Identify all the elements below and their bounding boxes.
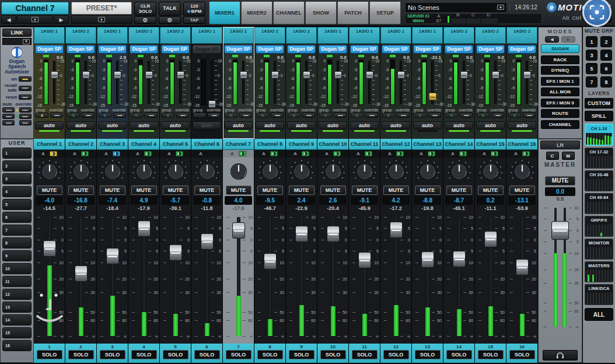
input-patch-button[interactable]: 1ASIO 1 bbox=[34, 27, 65, 44]
fader-gain-display[interactable]: -4.0 bbox=[36, 196, 63, 205]
channel-prev-button[interactable]: ◀ bbox=[1, 15, 16, 24]
input-source-label[interactable]: A bbox=[73, 151, 76, 156]
scenes-selector[interactable]: No Scenes ▼ bbox=[405, 2, 507, 13]
channel-name-header[interactable]: Channel 5 bbox=[160, 139, 191, 150]
layers-spill-button[interactable]: SPILL bbox=[585, 111, 613, 121]
override-button[interactable] bbox=[365, 113, 378, 118]
user-slot-9[interactable]: 9 bbox=[2, 250, 32, 261]
dugan-fader-handle[interactable] bbox=[145, 71, 153, 79]
preset-dropdown-button[interactable]: ▼ bbox=[71, 15, 132, 24]
fader-handle[interactable] bbox=[358, 252, 371, 268]
override-button[interactable] bbox=[523, 113, 536, 118]
input-patch-button[interactable]: 1ASIO 1 bbox=[317, 27, 348, 44]
input-patch-button[interactable]: 1ASIO 2 bbox=[506, 27, 537, 44]
tab-show[interactable]: SHOW bbox=[305, 1, 337, 24]
mode-efx-mon-1[interactable]: EFX / MON 1 bbox=[541, 77, 579, 86]
automixer-on-button[interactable] bbox=[19, 76, 32, 82]
layer-bank-ch-33-48[interactable]: CH 33-48 bbox=[585, 170, 613, 191]
mode-dugan[interactable]: DUGAN bbox=[541, 44, 579, 53]
group-assign-button[interactable]: b bbox=[445, 113, 458, 118]
auto-button[interactable]: auto bbox=[445, 121, 473, 130]
fader-handle[interactable] bbox=[264, 253, 277, 270]
input-patch-button[interactable]: 1ASIO 2 bbox=[443, 27, 474, 44]
reset-button[interactable] bbox=[19, 94, 32, 100]
group-assign-button[interactable]: b bbox=[508, 113, 521, 118]
fader-gain-display[interactable]: -5.7 bbox=[162, 196, 189, 205]
input-patch-button[interactable]: 1ASIO 2 bbox=[475, 27, 506, 44]
tab-channel[interactable]: CHANNEL bbox=[273, 1, 305, 24]
input-patch-button[interactable]: 1ASIO 1 bbox=[223, 27, 254, 44]
mute-group-5-button[interactable]: 5 bbox=[586, 63, 597, 74]
mute-button[interactable]: MUTE bbox=[100, 186, 125, 195]
mute-button[interactable]: MUTE bbox=[352, 186, 378, 195]
layers-custom-button[interactable]: CUSTOM bbox=[585, 98, 613, 108]
mute-button[interactable]: MUTE bbox=[509, 186, 535, 195]
fader-gain-display[interactable]: -9.1 bbox=[351, 196, 378, 205]
channel-name-header[interactable]: Channel 11 bbox=[349, 139, 380, 150]
fader-gain-display[interactable]: -8.8 bbox=[414, 196, 441, 205]
auto-button[interactable]: auto bbox=[256, 121, 284, 130]
channel-next-button[interactable]: ▶ bbox=[54, 15, 69, 24]
mode-channel[interactable]: CHANNEL bbox=[541, 120, 579, 129]
fader-gain-display[interactable]: -7.4 bbox=[99, 196, 126, 205]
tap-tempo-button[interactable]: TAP bbox=[183, 16, 205, 24]
mute-button[interactable]: MUTE bbox=[68, 186, 94, 195]
channel-name-header[interactable]: Channel 4 bbox=[128, 139, 159, 150]
pan-knob[interactable] bbox=[478, 159, 504, 183]
group-assign-button[interactable]: b bbox=[162, 113, 174, 118]
user-slot-10[interactable]: 10 bbox=[2, 263, 32, 274]
mute-group-1-button[interactable]: 1 bbox=[586, 36, 597, 47]
input-source-label[interactable]: A bbox=[420, 151, 423, 156]
link-header[interactable]: LINK bbox=[2, 29, 32, 37]
dugan-sp-plugin-button[interactable]: Dugan SP bbox=[256, 45, 284, 54]
input-patch-button[interactable]: 1ASIO 2 bbox=[349, 27, 380, 44]
bpm-display[interactable]: 120 BPM bbox=[183, 2, 205, 16]
io-slot-a[interactable]: A87 bbox=[431, 14, 446, 23]
group-assign-button[interactable]: b bbox=[67, 113, 80, 118]
override-button[interactable] bbox=[145, 113, 158, 118]
solo-button[interactable]: SOLO bbox=[68, 350, 94, 359]
group-assign-button[interactable]: b bbox=[477, 113, 490, 118]
io-slot-c[interactable]: C bbox=[466, 13, 481, 24]
dugan-fader-handle[interactable] bbox=[492, 71, 499, 79]
channel-name-header[interactable]: Channel 14 bbox=[443, 139, 474, 150]
override-group-a-button[interactable] bbox=[19, 107, 32, 113]
fader-gain-display[interactable]: -13.1 bbox=[508, 196, 536, 205]
input-patch-button[interactable]: 1ASIO 2 bbox=[65, 27, 96, 44]
override-button[interactable] bbox=[208, 113, 221, 118]
fader-handle[interactable] bbox=[232, 222, 245, 239]
fader-handle[interactable] bbox=[43, 240, 56, 257]
override-button[interactable] bbox=[491, 113, 504, 118]
user-slot-7[interactable]: 7 bbox=[2, 225, 32, 236]
dugan-sp-plugin-button[interactable]: Dugan SP bbox=[445, 45, 473, 54]
fader-handle[interactable] bbox=[201, 233, 214, 250]
dugan-sp-plugin-button[interactable]: Dugan SP bbox=[35, 45, 64, 54]
user-slot-15[interactable]: 15 bbox=[2, 327, 32, 338]
clear-solo-button[interactable]: CLR SOLO bbox=[134, 2, 156, 16]
channel-name-header[interactable]: Channel 2 bbox=[65, 139, 96, 150]
fader-gain-display[interactable]: 2.4 bbox=[288, 196, 315, 205]
solo-button[interactable]: SOLO bbox=[478, 350, 504, 359]
channel-name-header[interactable]: Channel 3 bbox=[97, 139, 128, 150]
mute-button[interactable]: MUTE bbox=[226, 186, 251, 195]
pan-knob[interactable] bbox=[415, 159, 441, 183]
fader-handle[interactable] bbox=[516, 259, 529, 275]
fader-handle[interactable] bbox=[295, 226, 308, 242]
channel-name-header[interactable]: Channel 10 bbox=[317, 139, 348, 150]
auto-button[interactable]: auto bbox=[193, 121, 221, 130]
layer-bank-link-dca[interactable]: LINK/DCA bbox=[585, 284, 613, 305]
user-slot-13[interactable]: 13 bbox=[2, 302, 32, 313]
solo-button[interactable]: SOLO bbox=[131, 350, 157, 359]
group-assign-button[interactable]: b bbox=[130, 113, 143, 118]
fader-handle[interactable] bbox=[421, 251, 434, 268]
dugan-fader-handle[interactable] bbox=[397, 71, 405, 79]
fader-gain-display[interactable]: -9.5 bbox=[256, 196, 284, 205]
user-slot-16[interactable]: 16 bbox=[2, 340, 32, 351]
override-button[interactable] bbox=[302, 113, 315, 118]
input-source-label[interactable]: A bbox=[325, 151, 329, 156]
pan-knob[interactable] bbox=[100, 159, 125, 183]
talk-settings-button[interactable]: ⚙ bbox=[159, 16, 181, 24]
input-source-label[interactable]: A bbox=[514, 151, 518, 156]
auto-button[interactable]: auto bbox=[35, 121, 64, 130]
dugan-fader-handle[interactable] bbox=[334, 71, 342, 79]
